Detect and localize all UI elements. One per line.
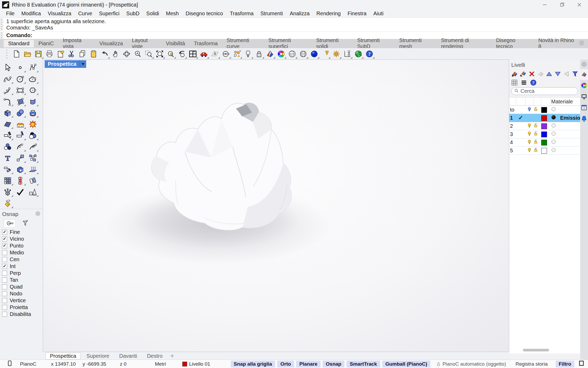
status-toggle-smarttrack[interactable]: SmartTrack xyxy=(347,361,380,367)
viewport-layout-icon[interactable] xyxy=(187,49,198,59)
clean-doc-icon[interactable] xyxy=(55,49,66,59)
ellipse-tool-icon[interactable] xyxy=(27,73,39,84)
split-line-tool-icon[interactable] xyxy=(14,175,26,186)
viewport-title-dropdown[interactable]: Prospettica xyxy=(45,60,86,68)
osnap-option-medio[interactable]: Medio xyxy=(2,249,43,256)
pan-view-icon[interactable] xyxy=(110,49,121,59)
menu-subd[interactable]: SubD xyxy=(123,11,143,17)
minimize-button[interactable] xyxy=(536,0,553,9)
command-prompt-grip[interactable] xyxy=(0,32,3,39)
viewport-title[interactable]: Prospettica xyxy=(45,60,80,68)
layer-lock-icon[interactable] xyxy=(533,107,541,113)
osnap-option-tan[interactable]: Tan xyxy=(2,276,43,283)
layer-delete-button[interactable] xyxy=(528,70,535,78)
box-tool-icon[interactable] xyxy=(2,107,14,118)
layer-filter-button[interactable] xyxy=(571,70,579,78)
layer-color-swatch[interactable] xyxy=(541,147,551,154)
cplane-panel-icon[interactable] xyxy=(7,360,13,367)
zoom-extents-icon[interactable] xyxy=(154,49,165,59)
extend-curve-tool-icon[interactable] xyxy=(27,141,39,152)
undo-icon[interactable] xyxy=(99,49,110,59)
layer-row[interactable]: 3 xyxy=(509,130,580,138)
osnap-option-nodo[interactable]: Nodo xyxy=(2,290,43,297)
layer-visibility-bulb-icon[interactable] xyxy=(525,131,533,138)
mesh-plane-tool-icon[interactable] xyxy=(2,119,14,129)
checkbox-unchecked[interactable] xyxy=(2,278,7,283)
layer-row[interactable]: 2 xyxy=(509,122,580,130)
layer-visibility-bulb-icon[interactable] xyxy=(525,139,533,146)
osnap-option-punto[interactable]: ✓Punto xyxy=(2,242,43,249)
text-tool-icon[interactable]: T xyxy=(2,153,14,163)
point-tool-icon[interactable] xyxy=(14,62,26,73)
layer-color-swatch[interactable] xyxy=(541,139,551,145)
surface-patch-tool-icon[interactable] xyxy=(14,96,26,107)
new-file-icon[interactable] xyxy=(11,49,22,59)
select-tool-icon[interactable] xyxy=(2,62,14,73)
menu-rendering[interactable]: Rendering xyxy=(313,11,344,17)
menu-solidi[interactable]: Solidi xyxy=(143,11,163,17)
spheres-tool-icon[interactable] xyxy=(14,107,26,118)
osnap-option-quad[interactable]: Quad xyxy=(2,283,43,290)
osnap-option-proietta[interactable]: Proietta xyxy=(2,304,43,311)
layer-color-swatch[interactable] xyxy=(541,131,551,137)
status-toggle-snap-alla-griglia[interactable]: Snap alla griglia xyxy=(231,361,275,367)
boolean-circles-tool-icon[interactable] xyxy=(27,130,39,141)
status-filter[interactable]: Filtro xyxy=(556,361,575,367)
menu-visualizza[interactable]: Visualizza xyxy=(44,11,75,17)
layer-table-button[interactable] xyxy=(511,79,518,86)
zoom-selected-icon[interactable] xyxy=(165,49,176,59)
layer-new-button[interactable] xyxy=(511,70,518,78)
checkbox-unchecked[interactable] xyxy=(2,305,7,310)
sublayer-new-button[interactable] xyxy=(519,70,527,78)
osnap-filter-tab[interactable] xyxy=(19,220,31,227)
add-viewport-button[interactable]: + xyxy=(171,352,174,360)
save-file-icon[interactable] xyxy=(33,49,44,59)
split-flag-tool-icon[interactable] xyxy=(14,130,26,141)
arc-tool-icon[interactable] xyxy=(2,85,14,95)
polygon-tool-icon[interactable] xyxy=(27,85,39,95)
menu-trasforma[interactable]: Trasforma xyxy=(226,11,257,17)
undo-view-icon[interactable] xyxy=(176,49,187,59)
panel-livelli-tab[interactable] xyxy=(580,69,588,80)
layer-visibility-bulb-icon[interactable] xyxy=(525,107,533,113)
layer-material-icon[interactable] xyxy=(551,139,559,146)
array-grid-tool-icon[interactable] xyxy=(2,175,14,186)
viewport-tab-destro[interactable]: Destro xyxy=(143,353,167,359)
osnap-option-disabilita[interactable]: Disabilita xyxy=(2,311,43,317)
trim-tool-icon[interactable] xyxy=(2,130,14,141)
paint-pyramid-tool-icon[interactable] xyxy=(2,198,14,209)
checkbox-checked[interactable]: ✓ xyxy=(2,264,7,269)
layer-visibility-bulb-icon[interactable] xyxy=(525,123,533,129)
layer-help-button[interactable]: ? xyxy=(530,79,537,86)
command-history[interactable]: 1 superficie aperta aggiunta alla selezi… xyxy=(0,18,588,32)
circle-tool-icon[interactable] xyxy=(14,73,26,84)
panel-notifications-tab[interactable] xyxy=(580,113,588,124)
array-scatter-tool-icon[interactable] xyxy=(27,153,39,163)
cut-icon[interactable] xyxy=(66,49,77,59)
open-file-icon[interactable] xyxy=(22,49,33,59)
check-select-tool-icon[interactable] xyxy=(14,186,26,197)
layer-material-icon[interactable] xyxy=(551,147,559,154)
boolean-box-tool-icon[interactable] xyxy=(14,164,26,175)
ribbon-tab-trasforma[interactable]: Trasforma xyxy=(189,40,222,47)
help-icon[interactable]: ? xyxy=(364,49,375,59)
command-history-grip[interactable] xyxy=(0,18,3,31)
extrude-tool-icon[interactable] xyxy=(27,164,39,175)
menu-finestra[interactable]: Finestra xyxy=(344,11,370,17)
layer-up-button[interactable] xyxy=(545,70,553,78)
ribbon-tab-standard[interactable]: Standard xyxy=(4,40,34,47)
status-current-layer[interactable]: Livello 01 xyxy=(182,361,210,367)
command-prompt-input[interactable]: Comando: xyxy=(6,32,32,38)
osnap-target-tab[interactable] xyxy=(4,219,16,227)
menu-mesh[interactable]: Mesh xyxy=(163,11,182,17)
surface-curved-tool-icon[interactable] xyxy=(27,96,39,107)
layer-row[interactable]: to xyxy=(509,106,580,114)
layer-lock-icon[interactable] xyxy=(533,139,541,145)
rotate-view-icon[interactable] xyxy=(121,49,132,59)
ribbon-tab-visualizza[interactable]: Visualizza xyxy=(95,40,127,47)
status-toggle-osnap[interactable]: Osnap xyxy=(323,361,344,367)
panel-colors-tab[interactable] xyxy=(580,80,588,91)
pipe-tool-icon[interactable] xyxy=(27,107,39,118)
earth-icon[interactable] xyxy=(353,49,364,59)
checkbox-checked[interactable]: ✓ xyxy=(2,230,7,235)
